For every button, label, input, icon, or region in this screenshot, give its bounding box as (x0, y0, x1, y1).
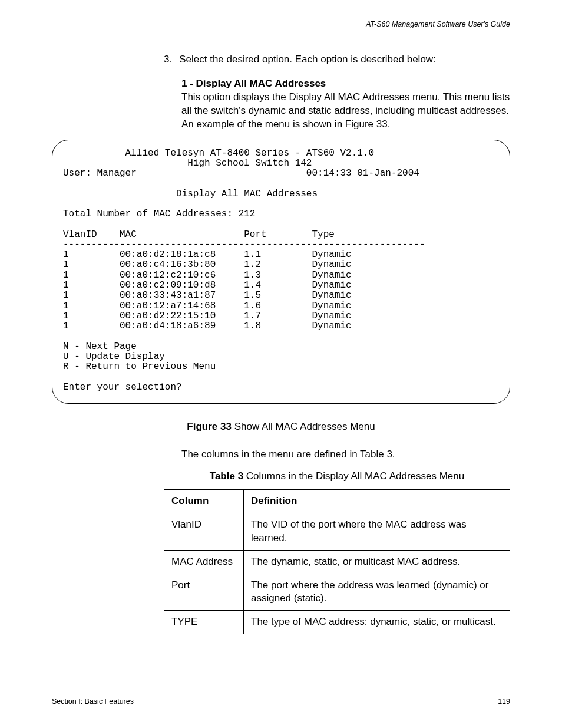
table-head-definition: Definition (244, 489, 510, 513)
table-cell-definition: The port where the address was learned (… (244, 574, 510, 611)
running-header: AT-S60 Management Software User's Guide (52, 19, 510, 29)
figure-caption: Figure 33 Show All MAC Addresses Menu (52, 420, 510, 434)
table-cell-definition: The type of MAC address: dynamic, static… (244, 611, 510, 634)
footer-section: Section I: Basic Features (52, 697, 134, 707)
table-cell-column: MAC Address (164, 550, 244, 574)
table-row: TYPEThe type of MAC address: dynamic, st… (164, 611, 510, 634)
terminal-screen: Allied Telesyn AT-8400 Series - ATS60 V2… (52, 140, 510, 404)
table-cell-definition: The dynamic, static, or multicast MAC ad… (244, 550, 510, 574)
option-title: 1 - Display All MAC Addresses (181, 77, 510, 91)
columns-definition-table: Column Definition VlanIDThe VID of the p… (164, 489, 510, 635)
step-text: Select the desired option. Each option i… (179, 53, 436, 67)
option-body: This option displays the Display All MAC… (181, 91, 510, 131)
table-cell-definition: The VID of the port where the MAC addres… (244, 513, 510, 550)
figure-caption-lead: Figure 33 (187, 421, 232, 432)
step-number: 3. (164, 53, 172, 67)
table-caption: Table 3 Columns in the Display All MAC A… (164, 470, 510, 483)
table-row: VlanIDThe VID of the port where the MAC … (164, 513, 510, 550)
table-cell-column: Port (164, 574, 244, 611)
footer-page-number: 119 (498, 697, 510, 707)
table-row: MAC AddressThe dynamic, static, or multi… (164, 550, 510, 574)
table-cell-column: TYPE (164, 611, 244, 634)
table-caption-lead: Table 3 (210, 470, 243, 482)
table-row: PortThe port where the address was learn… (164, 574, 510, 611)
table-cell-column: VlanID (164, 513, 244, 550)
step-3: 3. Select the desired option. Each optio… (164, 53, 510, 67)
figure-caption-rest: Show All MAC Addresses Menu (232, 421, 375, 432)
table-caption-rest: Columns in the Display All MAC Addresses… (243, 470, 464, 482)
after-figure-text: The columns in the menu are defined in T… (181, 448, 510, 462)
table-head-column: Column (164, 489, 244, 513)
